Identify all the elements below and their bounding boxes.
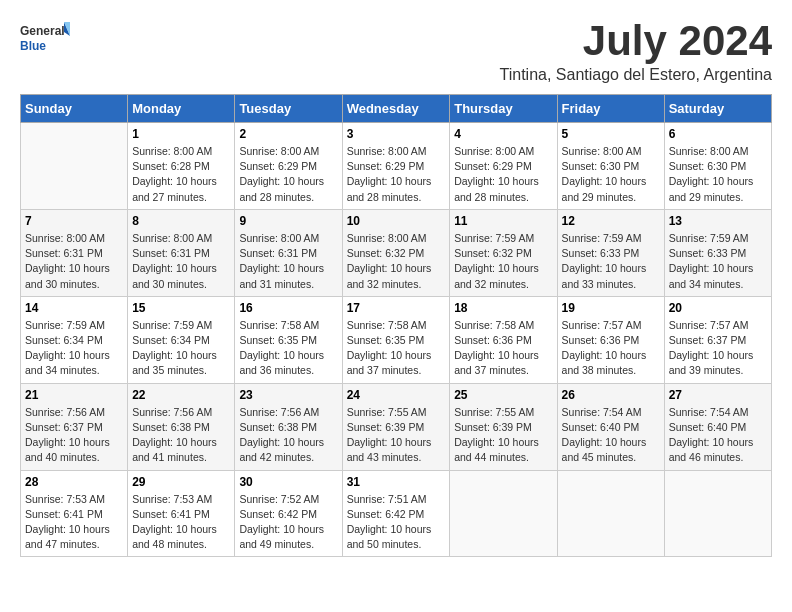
calendar-week-row: 21Sunrise: 7:56 AM Sunset: 6:37 PM Dayli… (21, 383, 772, 470)
day-number: 20 (669, 301, 767, 315)
day-number: 6 (669, 127, 767, 141)
calendar-cell: 1Sunrise: 8:00 AM Sunset: 6:28 PM Daylig… (128, 123, 235, 210)
day-header-thursday: Thursday (450, 95, 557, 123)
day-info: Sunrise: 7:55 AM Sunset: 6:39 PM Dayligh… (454, 405, 552, 466)
day-number: 8 (132, 214, 230, 228)
page-header: General Blue July 2024 Tintina, Santiago… (20, 20, 772, 84)
day-info: Sunrise: 7:59 AM Sunset: 6:34 PM Dayligh… (132, 318, 230, 379)
calendar-cell: 21Sunrise: 7:56 AM Sunset: 6:37 PM Dayli… (21, 383, 128, 470)
calendar-cell (21, 123, 128, 210)
day-info: Sunrise: 7:53 AM Sunset: 6:41 PM Dayligh… (25, 492, 123, 553)
day-info: Sunrise: 8:00 AM Sunset: 6:29 PM Dayligh… (347, 144, 446, 205)
day-info: Sunrise: 7:54 AM Sunset: 6:40 PM Dayligh… (562, 405, 660, 466)
day-info: Sunrise: 8:00 AM Sunset: 6:29 PM Dayligh… (239, 144, 337, 205)
calendar-cell: 17Sunrise: 7:58 AM Sunset: 6:35 PM Dayli… (342, 296, 450, 383)
day-number: 28 (25, 475, 123, 489)
calendar-cell: 13Sunrise: 7:59 AM Sunset: 6:33 PM Dayli… (664, 209, 771, 296)
day-number: 11 (454, 214, 552, 228)
calendar-week-row: 14Sunrise: 7:59 AM Sunset: 6:34 PM Dayli… (21, 296, 772, 383)
calendar-cell: 14Sunrise: 7:59 AM Sunset: 6:34 PM Dayli… (21, 296, 128, 383)
day-number: 4 (454, 127, 552, 141)
calendar-cell (450, 470, 557, 557)
day-info: Sunrise: 7:56 AM Sunset: 6:38 PM Dayligh… (239, 405, 337, 466)
calendar-cell: 27Sunrise: 7:54 AM Sunset: 6:40 PM Dayli… (664, 383, 771, 470)
calendar-header-row: SundayMondayTuesdayWednesdayThursdayFrid… (21, 95, 772, 123)
day-number: 14 (25, 301, 123, 315)
calendar-cell: 9Sunrise: 8:00 AM Sunset: 6:31 PM Daylig… (235, 209, 342, 296)
day-number: 18 (454, 301, 552, 315)
month-title: July 2024 (500, 20, 772, 62)
day-info: Sunrise: 7:53 AM Sunset: 6:41 PM Dayligh… (132, 492, 230, 553)
calendar-cell: 20Sunrise: 7:57 AM Sunset: 6:37 PM Dayli… (664, 296, 771, 383)
calendar-cell: 22Sunrise: 7:56 AM Sunset: 6:38 PM Dayli… (128, 383, 235, 470)
day-number: 3 (347, 127, 446, 141)
day-number: 5 (562, 127, 660, 141)
day-number: 21 (25, 388, 123, 402)
day-number: 22 (132, 388, 230, 402)
calendar-cell: 7Sunrise: 8:00 AM Sunset: 6:31 PM Daylig… (21, 209, 128, 296)
calendar-cell (664, 470, 771, 557)
title-block: July 2024 Tintina, Santiago del Estero, … (500, 20, 772, 84)
calendar-cell: 24Sunrise: 7:55 AM Sunset: 6:39 PM Dayli… (342, 383, 450, 470)
day-number: 12 (562, 214, 660, 228)
calendar-cell: 18Sunrise: 7:58 AM Sunset: 6:36 PM Dayli… (450, 296, 557, 383)
day-info: Sunrise: 7:58 AM Sunset: 6:36 PM Dayligh… (454, 318, 552, 379)
day-number: 24 (347, 388, 446, 402)
day-number: 9 (239, 214, 337, 228)
calendar-week-row: 28Sunrise: 7:53 AM Sunset: 6:41 PM Dayli… (21, 470, 772, 557)
day-header-wednesday: Wednesday (342, 95, 450, 123)
svg-text:General: General (20, 24, 65, 38)
calendar-week-row: 7Sunrise: 8:00 AM Sunset: 6:31 PM Daylig… (21, 209, 772, 296)
day-number: 1 (132, 127, 230, 141)
calendar-cell: 15Sunrise: 7:59 AM Sunset: 6:34 PM Dayli… (128, 296, 235, 383)
calendar-cell: 5Sunrise: 8:00 AM Sunset: 6:30 PM Daylig… (557, 123, 664, 210)
day-info: Sunrise: 7:51 AM Sunset: 6:42 PM Dayligh… (347, 492, 446, 553)
day-info: Sunrise: 7:56 AM Sunset: 6:38 PM Dayligh… (132, 405, 230, 466)
day-number: 29 (132, 475, 230, 489)
day-info: Sunrise: 7:54 AM Sunset: 6:40 PM Dayligh… (669, 405, 767, 466)
day-number: 17 (347, 301, 446, 315)
calendar-cell: 12Sunrise: 7:59 AM Sunset: 6:33 PM Dayli… (557, 209, 664, 296)
day-number: 26 (562, 388, 660, 402)
calendar-cell: 25Sunrise: 7:55 AM Sunset: 6:39 PM Dayli… (450, 383, 557, 470)
logo: General Blue (20, 20, 70, 56)
day-number: 13 (669, 214, 767, 228)
day-header-friday: Friday (557, 95, 664, 123)
calendar-cell: 2Sunrise: 8:00 AM Sunset: 6:29 PM Daylig… (235, 123, 342, 210)
location-title: Tintina, Santiago del Estero, Argentina (500, 66, 772, 84)
day-info: Sunrise: 7:56 AM Sunset: 6:37 PM Dayligh… (25, 405, 123, 466)
calendar-week-row: 1Sunrise: 8:00 AM Sunset: 6:28 PM Daylig… (21, 123, 772, 210)
day-info: Sunrise: 7:59 AM Sunset: 6:33 PM Dayligh… (562, 231, 660, 292)
svg-text:Blue: Blue (20, 39, 46, 53)
day-info: Sunrise: 7:52 AM Sunset: 6:42 PM Dayligh… (239, 492, 337, 553)
day-number: 7 (25, 214, 123, 228)
day-info: Sunrise: 8:00 AM Sunset: 6:28 PM Dayligh… (132, 144, 230, 205)
day-header-sunday: Sunday (21, 95, 128, 123)
day-number: 23 (239, 388, 337, 402)
calendar-cell: 26Sunrise: 7:54 AM Sunset: 6:40 PM Dayli… (557, 383, 664, 470)
calendar-cell: 8Sunrise: 8:00 AM Sunset: 6:31 PM Daylig… (128, 209, 235, 296)
day-number: 19 (562, 301, 660, 315)
day-number: 27 (669, 388, 767, 402)
calendar-cell: 31Sunrise: 7:51 AM Sunset: 6:42 PM Dayli… (342, 470, 450, 557)
calendar-cell: 3Sunrise: 8:00 AM Sunset: 6:29 PM Daylig… (342, 123, 450, 210)
calendar-cell: 16Sunrise: 7:58 AM Sunset: 6:35 PM Dayli… (235, 296, 342, 383)
day-info: Sunrise: 8:00 AM Sunset: 6:31 PM Dayligh… (25, 231, 123, 292)
day-info: Sunrise: 8:00 AM Sunset: 6:29 PM Dayligh… (454, 144, 552, 205)
day-info: Sunrise: 7:59 AM Sunset: 6:34 PM Dayligh… (25, 318, 123, 379)
day-info: Sunrise: 7:59 AM Sunset: 6:33 PM Dayligh… (669, 231, 767, 292)
calendar-cell: 29Sunrise: 7:53 AM Sunset: 6:41 PM Dayli… (128, 470, 235, 557)
day-info: Sunrise: 7:55 AM Sunset: 6:39 PM Dayligh… (347, 405, 446, 466)
day-header-tuesday: Tuesday (235, 95, 342, 123)
day-info: Sunrise: 8:00 AM Sunset: 6:32 PM Dayligh… (347, 231, 446, 292)
day-info: Sunrise: 7:59 AM Sunset: 6:32 PM Dayligh… (454, 231, 552, 292)
day-info: Sunrise: 8:00 AM Sunset: 6:31 PM Dayligh… (239, 231, 337, 292)
day-header-monday: Monday (128, 95, 235, 123)
day-info: Sunrise: 7:58 AM Sunset: 6:35 PM Dayligh… (239, 318, 337, 379)
day-number: 25 (454, 388, 552, 402)
calendar-cell: 4Sunrise: 8:00 AM Sunset: 6:29 PM Daylig… (450, 123, 557, 210)
day-number: 30 (239, 475, 337, 489)
day-number: 2 (239, 127, 337, 141)
calendar-table: SundayMondayTuesdayWednesdayThursdayFrid… (20, 94, 772, 557)
day-header-saturday: Saturday (664, 95, 771, 123)
